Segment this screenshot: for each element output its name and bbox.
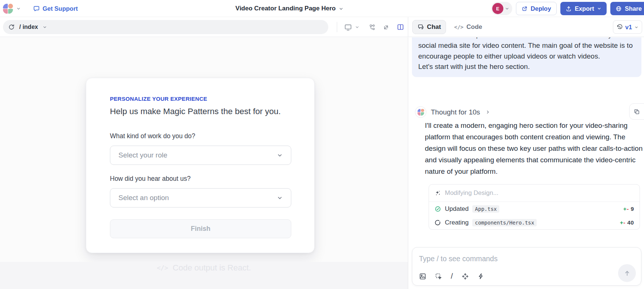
select-area-icon [435, 273, 442, 280]
user-avatar: E [492, 3, 503, 14]
monitor-icon [344, 23, 352, 31]
task-card: Modifying Design... Updated App.tsx +- 9… [429, 184, 640, 230]
tab-chat[interactable]: Chat [412, 20, 446, 34]
export-label: Export [575, 5, 594, 12]
modal-headline: Help us make Magic Patterns the best for… [110, 107, 281, 116]
finish-button[interactable]: Finish [110, 219, 291, 238]
columns-icon [397, 23, 404, 31]
share-label: Share [625, 5, 642, 12]
route-path[interactable]: / index [19, 24, 38, 30]
assistant-avatar [415, 106, 426, 118]
chat-input[interactable] [419, 253, 626, 265]
globe-icon [616, 6, 622, 12]
chat-input-box: / [412, 247, 641, 286]
preview-footer-band: </> Code output is React. [0, 262, 408, 289]
version-label: v1 [625, 24, 632, 31]
diamonds-icon [462, 273, 469, 280]
attach-image-button[interactable] [419, 273, 426, 280]
copy-icon [633, 108, 640, 115]
preview-toolbar: / index [0, 17, 408, 37]
modal-eyebrow: PERSONALIZE YOUR EXPERIENCE [110, 96, 207, 102]
component-tree-button[interactable] [369, 24, 376, 31]
diff-stat: +- 9 [623, 206, 634, 212]
deploy-button[interactable]: Deploy [516, 2, 557, 15]
role-select-placeholder: Select your role [118, 151, 167, 159]
code-output-note: Code output is React. [173, 263, 251, 273]
chevron-right-icon [486, 110, 490, 114]
task-card-header: Modifying Design... [429, 185, 640, 202]
diff-stat: +- 40 [620, 219, 634, 226]
preview-canvas: PERSONALIZE YOUR EXPERIENCE Help us make… [0, 37, 408, 289]
task-status: Modifying Design... [445, 189, 499, 197]
arrow-up-icon [624, 270, 631, 277]
deploy-label: Deploy [531, 5, 551, 12]
route-chevron-icon[interactable] [43, 25, 47, 29]
code-icon: </> [454, 24, 463, 30]
project-title: Video Creator Landing Page Hero [235, 5, 336, 12]
project-title-menu[interactable]: Video Creator Landing Page Hero [235, 0, 343, 17]
select-chevron-icon [277, 152, 283, 158]
role-question-label: What kind of work do you do? [110, 132, 195, 140]
slash-command-button[interactable]: / [451, 272, 453, 280]
spinner-icon [435, 219, 441, 226]
toolbar-divider [337, 22, 337, 32]
task-item-state: Updated [445, 205, 469, 213]
code-tab-label: Code [466, 23, 482, 31]
task-item-state: Creating [445, 219, 469, 226]
tab-code[interactable]: </> Code [450, 20, 486, 34]
select-element-button[interactable] [435, 273, 442, 280]
chat-panel: that lets creators upload and share thei… [408, 37, 644, 289]
select-chevron-icon [277, 195, 283, 201]
version-chevron-icon [634, 25, 638, 29]
get-support-link[interactable]: Get Support [33, 5, 78, 12]
referral-select-placeholder: Select an option [118, 194, 169, 202]
referral-select[interactable]: Select an option [110, 188, 291, 207]
device-chevron-icon [355, 25, 359, 29]
role-select[interactable]: Select your role [110, 146, 291, 165]
file-chip: components/Hero.tsx [472, 219, 537, 226]
user-message-text: that lets creators upload and share thei… [418, 37, 635, 62]
copy-button[interactable] [629, 103, 644, 120]
magic-patterns-logo[interactable] [3, 4, 13, 14]
task-item-row[interactable]: Creating components/Hero.tsx +- 40 [429, 216, 640, 229]
refresh-icon[interactable] [8, 24, 15, 30]
send-button[interactable] [618, 264, 636, 282]
version-selector[interactable]: v1 [613, 20, 642, 34]
export-button[interactable]: Export [560, 2, 607, 15]
chat-tab-icon [417, 24, 424, 30]
thought-toggle[interactable]: Thought for 10s [415, 106, 490, 118]
export-chevron-icon [597, 6, 601, 11]
referral-question-label: How did you hear about us? [110, 175, 191, 183]
quick-action-button[interactable] [477, 273, 484, 280]
sparkle-icon [435, 190, 441, 196]
split-view-button[interactable] [397, 23, 404, 31]
device-preview-button[interactable] [344, 23, 359, 31]
app-window: Get Support Video Creator Landing Page H… [0, 0, 644, 289]
onboarding-modal: PERSONALIZE YOUR EXPERIENCE Help us make… [86, 78, 315, 253]
top-header: Get Support Video Creator Landing Page H… [0, 0, 644, 17]
user-message-text: Let's start with just the hero section. [418, 62, 635, 72]
image-icon [419, 273, 426, 280]
get-support-label: Get Support [43, 5, 78, 12]
chat-tab-label: Chat [427, 23, 441, 31]
account-menu[interactable]: E [491, 2, 512, 15]
chat-toolbar: Chat </> Code v1 [408, 17, 644, 37]
address-bar[interactable]: / index [3, 20, 328, 34]
assistant-message: I'll create a modern, engaging hero sect… [425, 120, 644, 177]
code-output-icon: </> [157, 264, 168, 272]
title-chevron-icon [339, 6, 343, 11]
flow-icon [369, 24, 376, 31]
patterns-button[interactable] [462, 273, 469, 280]
task-item-row[interactable]: Updated App.tsx +- 9 [429, 202, 640, 216]
thought-label: Thought for 10s [431, 108, 480, 116]
file-chip: App.tsx [472, 205, 499, 213]
account-chevron-icon [505, 6, 509, 11]
share-button[interactable]: Share [610, 2, 644, 15]
user-message-bubble: that lets creators upload and share thei… [412, 37, 641, 77]
upload-icon [566, 6, 572, 12]
logo-menu-chevron-icon[interactable] [16, 6, 21, 11]
bolt-icon [477, 273, 484, 280]
history-icon [617, 24, 623, 30]
open-in-new-button[interactable] [383, 24, 390, 31]
external-link-icon [521, 6, 528, 12]
